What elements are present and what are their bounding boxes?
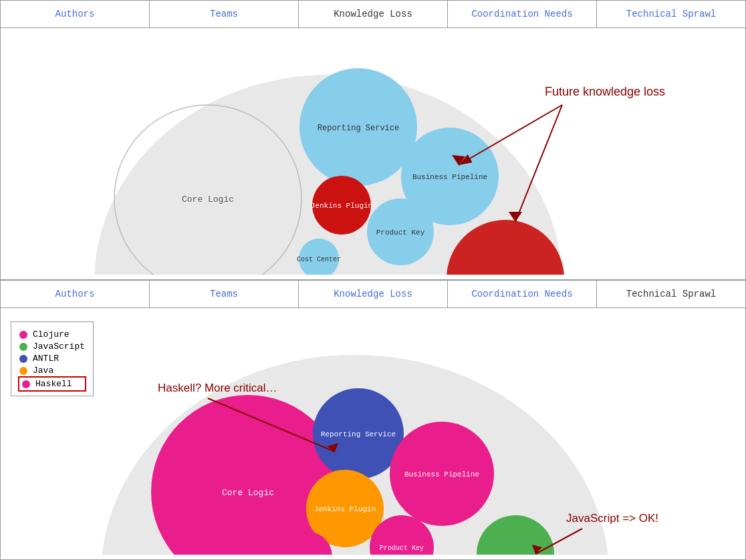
legend-java: Java <box>19 366 85 376</box>
tab-technical-sprawl-bottom[interactable]: Technical Sprawl <box>597 281 745 307</box>
haskell-label: Haskell <box>35 379 72 389</box>
tab-technical-sprawl-top[interactable]: Technical Sprawl <box>597 1 745 27</box>
tab-coordination-needs-top[interactable]: Coordination Needs <box>448 1 597 27</box>
top-viz-area: Core Logic Reporting Service Business Pi… <box>1 28 745 275</box>
javascript-label: JavaScript <box>33 341 85 352</box>
business-pipeline-label-top: Business Pipeline <box>412 173 487 181</box>
tab-teams-bottom[interactable]: Teams <box>150 281 299 307</box>
top-tab-bar[interactable]: Authors Teams Knowledge Loss Coordinatio… <box>1 1 745 28</box>
product-key-label-bottom: Product Key <box>380 545 424 552</box>
clojure-dot <box>19 331 27 339</box>
bottom-chart-svg: Core Logic Reporting Service Business Pi… <box>1 308 745 555</box>
legend-clojure: Clojure <box>19 329 85 339</box>
reporting-service-label-top: Reporting Service <box>318 124 399 133</box>
antlr-label: ANTLR <box>33 354 59 364</box>
tab-coordination-needs-bottom[interactable]: Coordination Needs <box>448 281 597 307</box>
tab-knowledge-loss-top[interactable]: Knowledge Loss <box>299 1 448 27</box>
tab-teams-top[interactable]: Teams <box>150 1 299 27</box>
haskell-dot <box>22 380 30 388</box>
cost-center-label-bottom: Cost Center <box>285 554 329 555</box>
top-panel: Authors Teams Knowledge Loss Coordinatio… <box>0 0 746 280</box>
legend-javascript: JavaScript <box>19 341 85 352</box>
top-chart-svg: Core Logic Reporting Service Business Pi… <box>1 28 745 275</box>
java-label: Java <box>33 366 53 376</box>
tab-knowledge-loss-bottom[interactable]: Knowledge Loss <box>299 281 448 307</box>
jenkins-plugin-label-top: Jenkins Plugin <box>311 202 372 210</box>
tab-authors-top[interactable]: Authors <box>1 1 150 27</box>
reporting-service-label-bottom: Reporting Service <box>321 430 396 438</box>
core-logic-label-bottom: Core Logic <box>222 488 274 498</box>
core-logic-label-top: Core Logic <box>182 194 234 204</box>
java-dot <box>19 367 27 375</box>
business-pipeline-label-bottom: Business Pipeline <box>404 470 479 478</box>
cost-center-label-top: Cost Center <box>297 256 341 263</box>
javascript-dot <box>19 343 27 351</box>
jenkins-plugin-label-bottom: Jenkins Plugin <box>314 505 376 513</box>
clojure-label: Clojure <box>33 329 70 339</box>
bottom-viz-area: Clojure JavaScript ANTLR Java Haskell <box>1 308 745 555</box>
product-key-label-top: Product Key <box>376 229 425 237</box>
bottom-panel: Authors Teams Knowledge Loss Coordinatio… <box>0 280 746 560</box>
legend-box: Clojure JavaScript ANTLR Java Haskell <box>11 321 94 396</box>
antlr-dot <box>19 355 27 363</box>
legend-haskell: Haskell <box>18 376 86 392</box>
legend-antlr: ANTLR <box>19 354 85 364</box>
tab-authors-bottom[interactable]: Authors <box>1 281 150 307</box>
bottom-tab-bar[interactable]: Authors Teams Knowledge Loss Coordinatio… <box>1 281 745 308</box>
